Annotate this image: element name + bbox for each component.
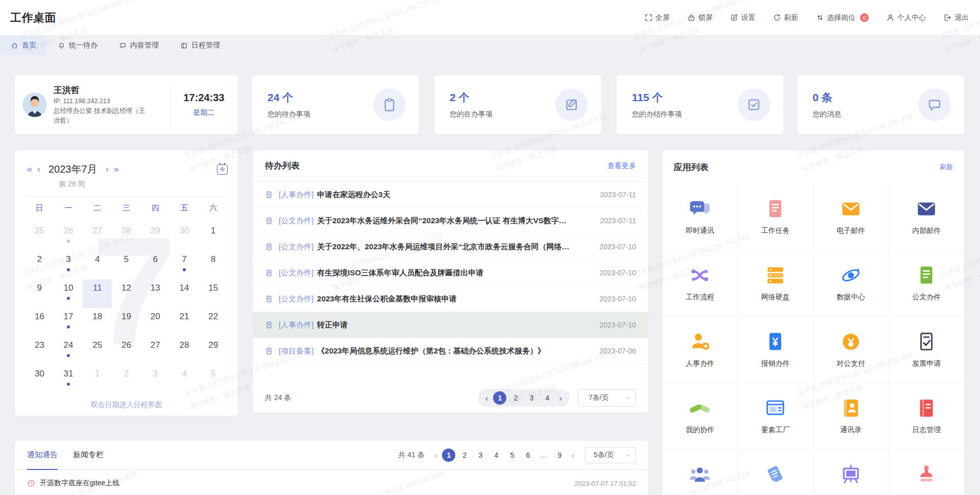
calendar-day[interactable]: 25 [25, 222, 54, 251]
calendar-day[interactable]: 11 [83, 279, 112, 308]
app-item[interactable]: 网络硬盘 [738, 250, 814, 317]
prev-page-button[interactable]: ‹ [483, 394, 491, 403]
prev-month-button[interactable]: ‹ [34, 164, 43, 175]
logout-button[interactable]: 退出 [943, 13, 969, 22]
tab-unified-todo[interactable]: 统一待办 [47, 36, 108, 55]
calendar-footer-hint[interactable]: 双击日期进入日程界面 [15, 400, 238, 410]
calendar-day[interactable]: 29 [199, 337, 228, 365]
calendar-day[interactable]: 26 [112, 337, 141, 365]
todo-item[interactable]: [公文办件]有生深境ISO三体系年审人员配合及牌匾借出申请2023-07-10 [253, 260, 648, 286]
tab-content-management[interactable]: 内容管理 [108, 36, 169, 55]
stat-card-completed[interactable]: 115 个 您的办结件事项 [617, 75, 783, 134]
page-number[interactable]: 3 [525, 391, 538, 405]
page-number[interactable]: 1 [442, 449, 455, 462]
fullscreen-button[interactable]: 全屏 [644, 13, 670, 22]
tab-schedule-management[interactable]: 日程管理 [169, 36, 231, 55]
next-month-button[interactable]: › [103, 164, 112, 175]
select-post-button[interactable]: 选择岗位 0 [816, 13, 869, 22]
calendar-day[interactable]: 14 [170, 279, 199, 308]
calendar-day[interactable]: 28 [170, 337, 199, 365]
app-item[interactable]: 工作流程 [663, 250, 738, 317]
app-item[interactable] [738, 450, 814, 495]
app-item[interactable] [814, 450, 889, 495]
calendar-day[interactable]: 2 [25, 251, 54, 279]
calendar-day[interactable]: 10 [54, 279, 83, 308]
app-item[interactable]: 即时通讯 [663, 184, 738, 250]
notice-page-size-select[interactable]: 5条/页 [585, 447, 636, 463]
app-item[interactable]: 数据中心 [814, 250, 889, 317]
refresh-button[interactable]: 刷新 [773, 13, 798, 22]
calendar-day[interactable]: 4 [83, 251, 112, 279]
calendar-day[interactable]: 30 [25, 365, 54, 394]
calendar-day[interactable]: 30 [170, 222, 199, 251]
news-item[interactable]: 开源数字底座在gitee上线 2023-07-07 17:01:02 [27, 479, 636, 488]
app-item[interactable]: 发票申请 [889, 317, 964, 383]
app-item[interactable]: 通讯录 [814, 383, 889, 450]
tab-news[interactable]: 新闻专栏 [73, 441, 104, 470]
app-item[interactable]: 报销办件 [738, 317, 814, 383]
calendar-day[interactable]: 16 [25, 308, 54, 337]
personal-center-button[interactable]: 个人中心 [886, 13, 926, 22]
calendar-day[interactable]: 24 [54, 337, 83, 365]
app-item[interactable]: 公文办件 [889, 250, 964, 317]
page-number[interactable]: 5 [505, 449, 519, 462]
calendar-day[interactable]: 1 [83, 365, 112, 394]
calendar-day[interactable]: 27 [141, 337, 170, 365]
page-number[interactable]: 9 [553, 449, 566, 462]
calendar-day[interactable]: 20 [141, 308, 170, 337]
calendar-day[interactable]: 5 [199, 365, 228, 394]
app-item[interactable] [889, 450, 964, 495]
tab-home[interactable]: 首页 [0, 36, 47, 55]
app-item[interactable]: 对公支付 [814, 317, 889, 383]
calendar-day[interactable]: 12 [112, 279, 141, 308]
calendar-day[interactable]: 2 [112, 365, 141, 394]
next-year-button[interactable]: » [112, 164, 121, 175]
calendar-day[interactable]: 7 [170, 251, 199, 279]
app-item[interactable] [663, 450, 738, 495]
calendar-day[interactable]: 3 [54, 251, 83, 279]
stat-card-inprogress[interactable]: 2 个 您的在办事项 [434, 75, 601, 134]
calendar-day[interactable]: 25 [83, 337, 112, 365]
calendar-day[interactable]: 6 [141, 251, 170, 279]
settings-button[interactable]: 设置 [730, 13, 755, 22]
calendar-day[interactable]: 18 [83, 308, 112, 337]
calendar-day[interactable]: 22 [199, 308, 228, 337]
calendar-day[interactable]: 21 [170, 308, 199, 337]
calendar-day[interactable]: 9 [25, 279, 54, 308]
page-number[interactable]: 2 [509, 391, 522, 405]
app-item[interactable]: 日志管理 [889, 383, 964, 450]
calendar-day[interactable]: 13 [141, 279, 170, 308]
calendar-day[interactable]: 28 [112, 222, 141, 251]
prev-year-button[interactable]: « [25, 164, 34, 175]
todo-item[interactable]: [人事办件]转正申请2023-07-10 [253, 312, 648, 338]
calendar-day[interactable]: 27 [83, 222, 112, 251]
app-item[interactable]: 电子邮件 [814, 184, 889, 250]
lock-screen-button[interactable]: 锁屏 [687, 13, 713, 22]
app-item[interactable]: 人事办件 [663, 317, 738, 383]
next-page-button[interactable]: › [569, 451, 577, 460]
page-number[interactable]: 2 [458, 449, 471, 462]
calendar-day[interactable]: 3 [141, 365, 170, 394]
todo-item[interactable]: [公文办件]关于2023年水务运维外采合同“2023年水务局统一认证 有生博大V… [253, 208, 648, 234]
todo-item[interactable]: [人事办件]申请在家远程办公3天2023-07-11 [253, 182, 648, 208]
app-item[interactable]: 内部邮件 [889, 184, 964, 250]
page-number[interactable]: 6 [521, 449, 534, 462]
app-item[interactable]: 工作任务 [738, 184, 814, 250]
page-number[interactable]: 4 [489, 449, 503, 462]
stat-card-todo[interactable]: 24 个 您的待办事项 [252, 75, 419, 134]
todo-item[interactable]: [公文办件]2023年有生社保公积金基数申报审核申请2023-07-10 [253, 286, 648, 312]
calendar-day[interactable]: 23 [25, 337, 54, 365]
calendar-day[interactable]: 8 [199, 251, 228, 279]
tab-notices[interactable]: 通知通告 [27, 441, 58, 470]
page-number[interactable]: 3 [474, 449, 487, 462]
todo-page-size-select[interactable]: 7条/页 [578, 389, 636, 407]
apps-refresh-link[interactable]: 刷新 [940, 162, 953, 172]
calendar-day[interactable]: 15 [199, 279, 228, 308]
calendar-day[interactable]: 29 [141, 222, 170, 251]
calendar-day[interactable]: 5 [112, 251, 141, 279]
calendar-day[interactable]: 1 [199, 222, 228, 251]
calendar-day[interactable]: 4 [170, 365, 199, 394]
view-more-link[interactable]: 查看更多 [607, 161, 636, 171]
todo-item[interactable]: [项目备案]《2023年局信息系统运行维护（第2包：基础办公系统技术服务）》20… [253, 338, 648, 364]
next-page-button[interactable]: › [556, 394, 565, 403]
